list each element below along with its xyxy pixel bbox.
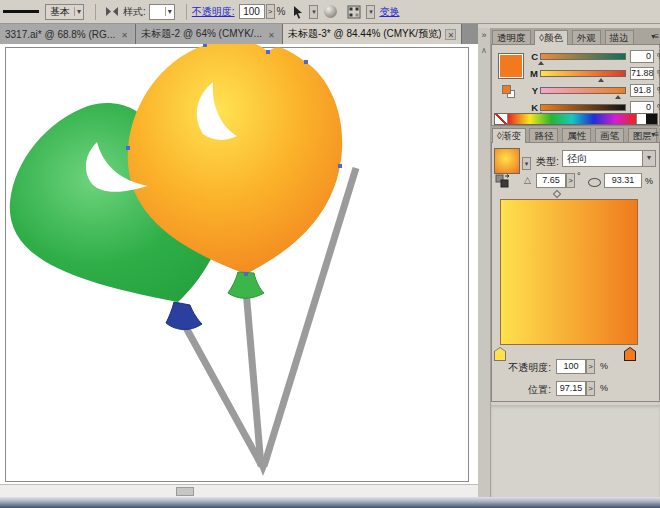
tab-transparency[interactable]: 透明度 [492, 30, 531, 45]
tab-path[interactable]: 路径 [529, 128, 558, 143]
gradient-ramp[interactable] [500, 199, 638, 345]
control-bar: 基本 ▾ 样式: ▾ 不透明度: 100 > % ▾ ▾ 变换 [0, 0, 660, 24]
stop-location-label: 位置: [481, 383, 551, 397]
chevron-down-icon: ▾ [165, 7, 172, 16]
tab-attributes[interactable]: 属性 [562, 128, 591, 143]
chevron-down-icon: ▾ [642, 151, 655, 166]
doc-tab-title: 未标题-3* @ 84.44% (CMYK/预览) [288, 27, 442, 41]
gradient-swatch[interactable] [494, 148, 520, 174]
tab-stroke[interactable]: 描边 [605, 30, 634, 45]
black-slider-row: K 0 % [528, 100, 660, 114]
doc-tab-3-active[interactable]: 未标题-3* @ 84.44% (CMYK/预览) ✕ [283, 24, 463, 44]
degree-symbol: ° [577, 171, 581, 181]
aspect-ratio-input[interactable]: 93.31 [604, 173, 642, 188]
doc-tab-1[interactable]: 3317.ai* @ 68.8% (RG... ✕ [0, 24, 136, 44]
none-color-icon[interactable] [495, 114, 508, 124]
stroke-preview [3, 10, 39, 13]
spectrum-ramp[interactable] [508, 114, 636, 124]
illustrator-window: 基本 ▾ 样式: ▾ 不透明度: 100 > % ▾ ▾ 变换 [0, 0, 660, 508]
gradient-midpoint-marker[interactable] [553, 190, 561, 198]
artwork [0, 44, 478, 484]
yellow-value[interactable]: 91.8 [630, 84, 654, 97]
cyan-slider[interactable] [540, 53, 626, 60]
style-dropdown[interactable]: ▾ [149, 4, 175, 20]
tab-appearance[interactable]: 外观 [572, 30, 601, 45]
collapse-dock-icon[interactable]: » [478, 30, 490, 40]
opacity-link[interactable]: 不透明度: [192, 5, 235, 19]
align-dropdown-icon[interactable]: ▾ [366, 5, 375, 19]
black-value[interactable]: 0 [630, 101, 654, 114]
horizontal-scrollbar[interactable] [0, 484, 478, 497]
magenta-slider-row: M 71.88 % [528, 66, 660, 80]
cyan-slider-row: C 0 % [528, 49, 660, 63]
magenta-slider[interactable] [540, 70, 626, 77]
divider [95, 4, 96, 20]
scroll-up-icon[interactable]: ∧ [478, 46, 490, 56]
black-slider[interactable] [540, 104, 626, 111]
color-panel-tabs: 透明度 ◊颜色 外观 描边 ▾≡ [491, 28, 660, 45]
panel-dock: » ∧ 透明度 ◊颜色 外观 描边 ▾≡ [478, 28, 660, 497]
aspect-ratio-icon [588, 178, 601, 187]
document-tabbar: 3317.ai* @ 68.8% (RG... ✕ 未标题-2 @ 64% (C… [0, 24, 478, 44]
panel-menu-icon[interactable]: ▾≡ [651, 130, 658, 139]
sphere-icon[interactable] [324, 5, 337, 18]
opacity-input[interactable]: 100 [239, 4, 265, 19]
doc-tab-title: 3317.ai* @ 68.8% (RG... [5, 29, 115, 40]
panel-menu-icon[interactable]: ▾≡ [651, 32, 658, 41]
stop-location-input[interactable]: 97.15 [556, 381, 586, 396]
align-grid-icon[interactable] [347, 5, 361, 19]
taskbar-strip [0, 497, 660, 508]
select-similar-icon[interactable] [292, 5, 304, 19]
yellow-slider-row: Y 91.8 % [528, 83, 660, 97]
select-similar-dropdown-icon[interactable]: ▾ [309, 5, 318, 19]
angle-spinner[interactable]: > [566, 173, 575, 188]
gradient-panel: ◊渐变 路径 属性 画笔 图层 ▾≡ [491, 126, 660, 402]
opacity-spinner[interactable]: > [266, 4, 275, 19]
cyan-value[interactable]: 0 [630, 50, 654, 63]
white-swatch[interactable] [636, 114, 646, 124]
stop-opacity-spinner[interactable]: > [586, 359, 595, 374]
dock-empty-area [491, 405, 660, 497]
black-swatch[interactable] [646, 114, 657, 124]
dock-edge: » ∧ [478, 28, 491, 497]
doc-tab-2[interactable]: 未标题-2 @ 64% (CMYK/... ✕ [136, 24, 283, 44]
reverse-gradient-icon[interactable] [495, 174, 510, 191]
gradient-angle-input[interactable]: 7.65 [536, 173, 566, 188]
current-color-swatch[interactable] [498, 53, 524, 79]
transform-link[interactable]: 变换 [379, 5, 399, 19]
color-spectrum-bar[interactable] [494, 113, 658, 125]
doc-tab-title: 未标题-2 @ 64% (CMYK/... [141, 27, 262, 41]
chevron-down-icon: ▾ [74, 7, 81, 16]
close-icon[interactable]: ✕ [119, 29, 130, 40]
gradient-type-dropdown[interactable]: 径向 ▾ [562, 150, 656, 167]
stop-opacity-label: 不透明度: [481, 361, 551, 375]
stop-opacity-input[interactable]: 100 [556, 359, 586, 374]
fill-swatch [502, 85, 511, 94]
style-label: 样式: [123, 5, 146, 19]
close-icon[interactable]: ✕ [445, 29, 456, 40]
width-profile-dropdown[interactable]: 基本 ▾ [45, 4, 84, 20]
shape-mode-icon[interactable] [105, 6, 119, 17]
gradient-panel-tabs: ◊渐变 路径 属性 画笔 图层 ▾≡ [491, 126, 660, 143]
tab-color-active[interactable]: ◊颜色 [534, 30, 568, 45]
color-panel: 透明度 ◊颜色 外观 描边 ▾≡ C 0 % [491, 28, 660, 126]
stop-location-row: 位置: 97.15 > % [492, 381, 659, 397]
opacity-unit: % [277, 6, 286, 17]
stop-location-spinner[interactable]: > [586, 381, 595, 396]
divider [186, 4, 187, 20]
tab-brushes[interactable]: 画笔 [595, 128, 624, 143]
width-profile-value: 基本 [50, 5, 70, 19]
gradient-swatch-dropdown-icon[interactable]: ▾ [522, 157, 531, 170]
stop-opacity-row: 不透明度: 100 > % [492, 359, 659, 375]
yellow-slider[interactable] [540, 87, 626, 94]
scrollbar-thumb[interactable] [176, 487, 194, 496]
close-icon[interactable]: ✕ [266, 29, 277, 40]
gradient-type-label: 类型: [536, 155, 559, 169]
canvas-area[interactable] [0, 44, 478, 484]
angle-icon: △ [524, 175, 531, 185]
magenta-value[interactable]: 71.88 [630, 67, 654, 80]
tab-gradient-active[interactable]: ◊渐变 [492, 128, 526, 143]
